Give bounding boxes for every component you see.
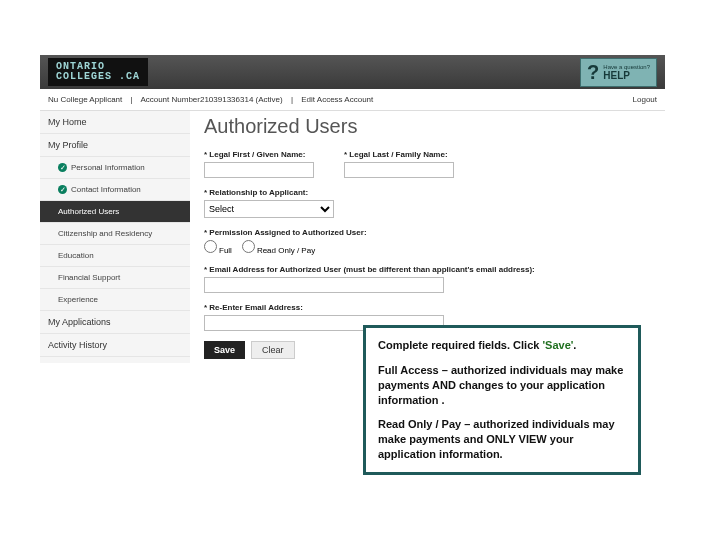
lastname-input[interactable] [344,162,454,178]
name-row: * Legal First / Given Name: * Legal Last… [204,150,651,178]
sidebar-my-applications[interactable]: My Applications [40,311,190,334]
radio-full-label[interactable]: Full [204,240,232,255]
save-button[interactable]: Save [204,341,245,359]
email-row: * Email Address for Authorized User (mus… [204,265,651,293]
logo-line2: COLLEGES .CA [56,72,140,82]
app-window: ONTARIO COLLEGES .CA ? Have a question? … [40,55,665,363]
sidebar-authorized-users[interactable]: Authorized Users [40,201,190,223]
email-label: * Email Address for Authorized User (mus… [204,265,651,274]
relationship-row: * Relationship to Applicant: Select [204,188,651,218]
question-icon: ? [587,61,599,84]
help-button[interactable]: ? Have a question? HELP [580,58,657,87]
firstname-input[interactable] [204,162,314,178]
page-title: Authorized Users [204,115,651,138]
radio-readonly-label[interactable]: Read Only / Pay [242,240,315,255]
applicant-name: Nu College Applicant [48,95,122,104]
sidebar-education[interactable]: Education [40,245,190,267]
sub-bar: Nu College Applicant | Account Number210… [40,89,665,111]
reemail-label: * Re-Enter Email Address: [204,303,651,312]
firstname-label: * Legal First / Given Name: [204,150,314,159]
lastname-label: * Legal Last / Family Name: [344,150,454,159]
help-line2: HELP [603,70,650,81]
account-number: Account Number210391336314 (Active) [140,95,282,104]
instruction-callout: Complete required fields. Click 'Save'. … [363,325,641,475]
help-text: Have a question? HELP [603,64,650,81]
email-input[interactable] [204,277,444,293]
sidebar-citizenship[interactable]: Citizenship and Residency [40,223,190,245]
sidebar-experience[interactable]: Experience [40,289,190,311]
sidebar-my-profile[interactable]: My Profile [40,134,190,157]
edit-access-link[interactable]: Edit Access Account [301,95,373,104]
sidebar: My Home My Profile ✓Personal Information… [40,111,190,363]
logo: ONTARIO COLLEGES .CA [48,58,148,86]
logout-link[interactable]: Logout [633,95,657,104]
callout-p3: Read Only / Pay – authorized individuals… [378,417,626,462]
relationship-label: * Relationship to Applicant: [204,188,651,197]
sidebar-activity-history[interactable]: Activity History [40,334,190,357]
permission-label: * Permission Assigned to Authorized User… [204,228,651,237]
sidebar-financial-support[interactable]: Financial Support [40,267,190,289]
callout-p2: Full Access – authorized individuals may… [378,363,626,408]
subbar-left: Nu College Applicant | Account Number210… [48,95,379,104]
check-icon: ✓ [58,163,67,172]
check-icon: ✓ [58,185,67,194]
radio-readonly[interactable] [242,240,255,253]
relationship-select[interactable]: Select [204,200,334,218]
help-line1: Have a question? [603,64,650,70]
sidebar-my-home[interactable]: My Home [40,111,190,134]
permission-row: * Permission Assigned to Authorized User… [204,228,651,255]
top-bar: ONTARIO COLLEGES .CA ? Have a question? … [40,55,665,89]
sidebar-contact-info[interactable]: ✓Contact Information [40,179,190,201]
radio-full[interactable] [204,240,217,253]
clear-button[interactable]: Clear [251,341,295,359]
sidebar-personal-info[interactable]: ✓Personal Information [40,157,190,179]
callout-p1: Complete required fields. Click 'Save'. [378,338,626,353]
